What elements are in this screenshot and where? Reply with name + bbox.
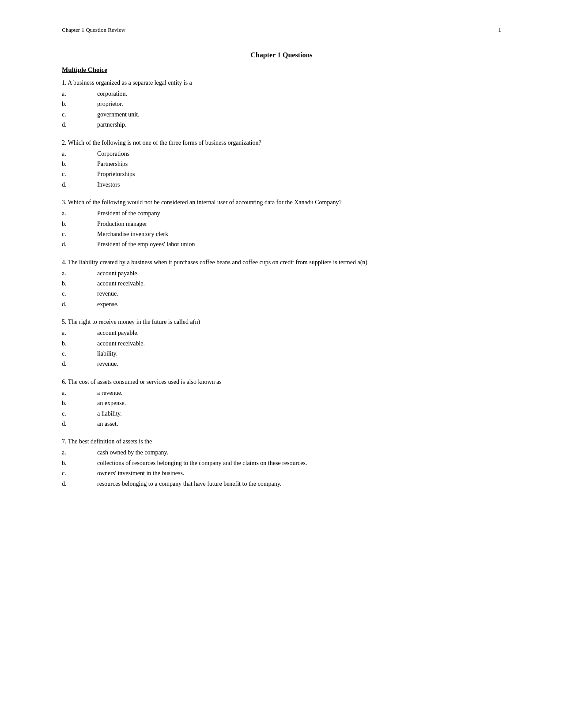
list-item: c.government unit. [62, 110, 501, 120]
list-item: b.account receivable. [62, 279, 501, 289]
option-letter: b. [62, 99, 97, 109]
list-item: c.a liability. [62, 409, 501, 419]
header-page: 1 [499, 26, 502, 34]
list-item: c.Merchandise inventory clerk [62, 229, 501, 239]
option-text: liability. [97, 349, 501, 359]
list-item: b.Production manager [62, 219, 501, 229]
option-text: account receivable. [97, 279, 501, 289]
option-letter: d. [62, 180, 97, 190]
options-list: a.account payable.b.account receivable.c… [62, 269, 501, 310]
option-text: proprietor. [97, 99, 501, 109]
option-letter: d. [62, 120, 97, 130]
page-header: Chapter 1 Question Review 1 [62, 26, 501, 34]
option-text: account payable. [97, 269, 501, 278]
option-letter: a. [62, 209, 97, 218]
question-text: 7. The best definition of assets is the [62, 437, 501, 446]
option-letter: b. [62, 398, 97, 408]
question-text: 4. The liability created by a business w… [62, 258, 501, 267]
option-text: President of the employees' labor union [97, 240, 501, 249]
question-text: 2. Which of the following is not one of … [62, 138, 501, 147]
option-text: a revenue. [97, 388, 501, 398]
list-item: a.Corporations [62, 149, 501, 159]
option-text: account payable. [97, 328, 501, 338]
header-title: Chapter 1 Question Review [62, 26, 125, 34]
question-block: 6. The cost of assets consumed or servic… [62, 377, 501, 429]
question-block: 2. Which of the following is not one of … [62, 138, 501, 190]
main-title: Chapter 1 Questions [62, 51, 501, 59]
question-block: 5. The right to receive money in the fut… [62, 317, 501, 369]
option-letter: c. [62, 469, 97, 478]
list-item: a.President of the company [62, 209, 501, 218]
question-text: 5. The right to receive money in the fut… [62, 317, 501, 326]
options-list: a.cash owned by the company.b.collection… [62, 448, 501, 489]
page: Chapter 1 Question Review 1 Chapter 1 Qu… [0, 0, 563, 728]
option-text: Production manager [97, 219, 501, 229]
list-item: b.collections of resources belonging to … [62, 458, 501, 468]
option-letter: a. [62, 269, 97, 278]
list-item: a.cash owned by the company. [62, 448, 501, 458]
option-text: government unit. [97, 110, 501, 120]
option-text: Corporations [97, 149, 501, 159]
option-text: collections of resources belonging to th… [97, 458, 501, 468]
option-letter: d. [62, 479, 97, 489]
option-text: resources belonging to a company that ha… [97, 479, 501, 489]
option-text: Investors [97, 180, 501, 190]
list-item: c.revenue. [62, 289, 501, 299]
option-letter: d. [62, 240, 97, 249]
option-letter: d. [62, 359, 97, 369]
option-text: cash owned by the company. [97, 448, 501, 458]
option-letter: a. [62, 89, 97, 99]
list-item: a.a revenue. [62, 388, 501, 398]
question-text: 6. The cost of assets consumed or servic… [62, 377, 501, 387]
options-list: a.corporation.b.proprietor.c.government … [62, 89, 501, 130]
section-title: Multiple Choice [62, 66, 501, 74]
questions-container: 1. A business organized as a separate le… [62, 78, 501, 489]
option-text: Merchandise inventory clerk [97, 229, 501, 239]
list-item: d.resources belonging to a company that … [62, 479, 501, 489]
options-list: a.a revenue.b.an expense.c.a liability.d… [62, 388, 501, 429]
list-item: a.account payable. [62, 328, 501, 338]
option-letter: b. [62, 339, 97, 349]
list-item: b.account receivable. [62, 339, 501, 349]
option-text: Partnerships [97, 159, 501, 169]
option-letter: d. [62, 300, 97, 309]
list-item: a.corporation. [62, 89, 501, 99]
option-letter: c. [62, 349, 97, 359]
list-item: d.an asset. [62, 419, 501, 429]
option-letter: b. [62, 458, 97, 468]
list-item: d.Investors [62, 180, 501, 190]
option-text: President of the company [97, 209, 501, 218]
list-item: c.owners' investment in the business. [62, 469, 501, 478]
list-item: d.partnership. [62, 120, 501, 130]
option-text: revenue. [97, 289, 501, 299]
option-letter: d. [62, 419, 97, 429]
option-text: corporation. [97, 89, 501, 99]
question-block: 4. The liability created by a business w… [62, 258, 501, 310]
option-text: an asset. [97, 419, 501, 429]
list-item: a.account payable. [62, 269, 501, 278]
list-item: c.liability. [62, 349, 501, 359]
list-item: c.Proprietorships [62, 169, 501, 179]
question-block: 3. Which of the following would not be c… [62, 198, 501, 250]
question-text: 1. A business organized as a separate le… [62, 78, 501, 87]
option-text: revenue. [97, 359, 501, 369]
option-letter: b. [62, 159, 97, 169]
list-item: d.expense. [62, 300, 501, 309]
list-item: b.an expense. [62, 398, 501, 408]
option-text: a liability. [97, 409, 501, 419]
option-letter: c. [62, 169, 97, 179]
list-item: d.President of the employees' labor unio… [62, 240, 501, 249]
question-block: 7. The best definition of assets is thea… [62, 437, 501, 489]
option-text: account receivable. [97, 339, 501, 349]
question-text: 3. Which of the following would not be c… [62, 198, 501, 207]
option-letter: a. [62, 149, 97, 159]
option-letter: a. [62, 448, 97, 458]
option-text: partnership. [97, 120, 501, 130]
option-letter: c. [62, 229, 97, 239]
option-letter: c. [62, 409, 97, 419]
option-letter: a. [62, 328, 97, 338]
option-text: expense. [97, 300, 501, 309]
option-letter: b. [62, 219, 97, 229]
list-item: b.Partnerships [62, 159, 501, 169]
options-list: a.Corporationsb.Partnershipsc.Proprietor… [62, 149, 501, 190]
